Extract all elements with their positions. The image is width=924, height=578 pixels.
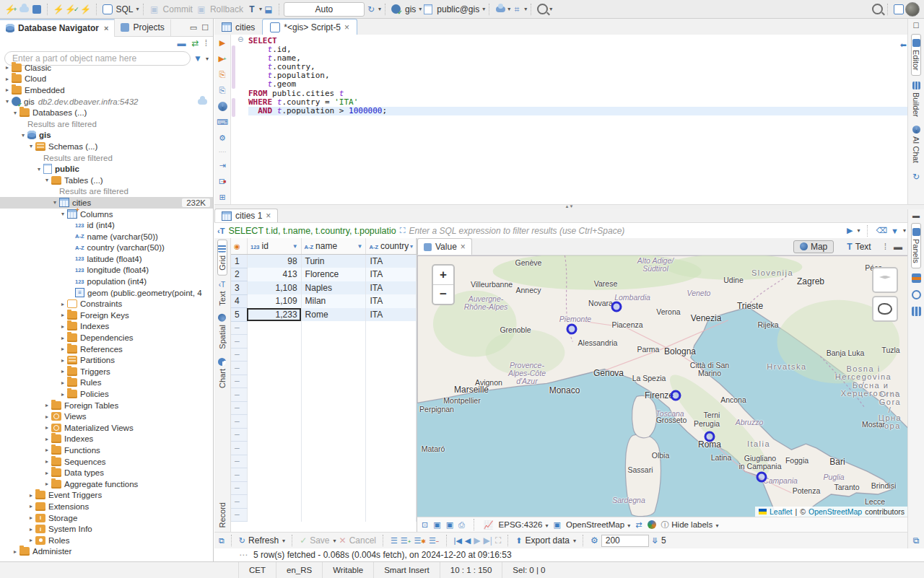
- tree-item-constraints[interactable]: ▸Constraints: [0, 298, 213, 310]
- quick-search-icon[interactable]: [536, 3, 549, 16]
- side-tab-builder[interactable]: Builder: [912, 77, 920, 121]
- empty-cell[interactable]: [301, 508, 366, 522]
- expander-icon[interactable]: ▾: [43, 177, 51, 183]
- empty-row-number-cell[interactable]: –: [231, 321, 247, 335]
- column-header-name[interactable]: A-Zname▼: [301, 238, 366, 255]
- export-data-button[interactable]: Export data: [526, 535, 570, 546]
- table-row[interactable]: 51,233RomeITA: [231, 308, 417, 322]
- city-marker-rome[interactable]: [705, 432, 715, 442]
- empty-cell[interactable]: [247, 321, 301, 335]
- history-icon[interactable]: ↻: [365, 3, 378, 16]
- fetch-size-input[interactable]: 200: [601, 535, 649, 547]
- empty-row-number-cell[interactable]: –: [231, 415, 247, 429]
- rollback-icon[interactable]: ▣: [195, 3, 208, 16]
- tree-item-public[interactable]: ▾public: [0, 163, 213, 175]
- empty-cell[interactable]: [301, 442, 366, 455]
- network-icon[interactable]: ⌗: [510, 3, 523, 16]
- empty-cell[interactable]: [247, 428, 301, 442]
- perspective-icon[interactable]: [892, 3, 905, 16]
- tree-item-partitions[interactable]: ▸Partitions: [0, 354, 213, 366]
- filter-apply-dropdown-icon[interactable]: ▾: [857, 227, 860, 234]
- empty-cell[interactable]: [247, 401, 301, 415]
- crs-selector[interactable]: EPSG:4326 ▾: [499, 520, 549, 529]
- empty-cell[interactable]: [366, 348, 417, 362]
- tree-item-databases[interactable]: ▾Databases (...): [0, 107, 213, 118]
- tiles-selector[interactable]: OpenStreetMap ▾: [566, 520, 630, 529]
- tree-item-data-types[interactable]: ▸Data types: [0, 467, 213, 478]
- sort-icon[interactable]: ▾: [410, 243, 413, 250]
- status-item-2[interactable]: Writable: [322, 562, 373, 578]
- link-with-editor-icon[interactable]: ⇄: [192, 38, 199, 48]
- execute-script-icon[interactable]: ⎘: [217, 69, 228, 80]
- empty-cell[interactable]: [366, 375, 417, 388]
- first-page-icon[interactable]: |◀: [454, 536, 462, 546]
- explain-plan-icon[interactable]: ⎘: [217, 85, 228, 96]
- apply-filter-icon[interactable]: ▶: [847, 226, 853, 235]
- zoom-out-button[interactable]: −: [433, 284, 453, 304]
- empty-cell[interactable]: [301, 468, 366, 482]
- empty-cell[interactable]: [301, 428, 366, 442]
- empty-row-number-cell[interactable]: –: [231, 508, 247, 522]
- tree-item-tables[interactable]: ▾Tables (...): [0, 175, 213, 186]
- table-row[interactable]: 2413FlorenceITA: [231, 268, 417, 281]
- tree-item-gis[interactable]: ▾gisdb2.dev.dbeaver.infra:5432: [0, 96, 213, 108]
- status-item-1[interactable]: en_RS: [276, 562, 322, 578]
- tree-item-classic[interactable]: ▸Classic: [0, 62, 213, 74]
- empty-row-number-cell[interactable]: –: [231, 335, 247, 349]
- database-selector[interactable]: public@gis: [437, 4, 479, 14]
- refresh-dropdown-icon[interactable]: ▾: [282, 538, 285, 544]
- empty-cell[interactable]: [366, 335, 417, 349]
- table-row[interactable]: 198TurinITA: [231, 255, 417, 268]
- cell-country[interactable]: ITA: [366, 281, 417, 295]
- close-tab-icon[interactable]: ×: [344, 22, 349, 32]
- references-panel-icon[interactable]: [912, 290, 921, 299]
- tab-projects[interactable]: Projects: [115, 19, 170, 36]
- empty-cell[interactable]: [366, 481, 417, 495]
- nav-menu-icon[interactable]: ⁞: [205, 38, 207, 48]
- close-tab-icon[interactable]: ×: [266, 211, 271, 221]
- empty-cell[interactable]: [247, 348, 301, 362]
- sql-console-icon[interactable]: ⌨: [217, 117, 228, 128]
- save-filter-funnel-icon[interactable]: ▼: [891, 227, 899, 235]
- view-tab-record[interactable]: Record: [218, 498, 227, 532]
- expander-icon[interactable]: ▸: [43, 458, 51, 465]
- empty-cell[interactable]: [301, 348, 366, 362]
- expander-icon[interactable]: ▸: [27, 526, 35, 533]
- editor-settings-gear-icon[interactable]: ⚙: [217, 133, 228, 144]
- view-tab-grid[interactable]: Grid: [217, 240, 227, 276]
- status-item-4[interactable]: 10 : 1 : 150: [440, 562, 502, 578]
- refresh-icon[interactable]: ↻: [239, 536, 245, 546]
- empty-cell[interactable]: [301, 481, 366, 495]
- city-marker-turin[interactable]: [567, 324, 578, 335]
- tree-item-extensions[interactable]: ▸Extensions: [0, 501, 213, 512]
- expander-icon[interactable]: ▸: [27, 503, 35, 509]
- empty-cell[interactable]: [366, 362, 417, 375]
- cell-country[interactable]: ITA: [366, 294, 417, 308]
- execute-statement-icon[interactable]: ▶: [217, 38, 228, 48]
- empty-cell[interactable]: [247, 375, 301, 388]
- export-icon[interactable]: ⬆: [515, 536, 522, 546]
- tree-item-policies[interactable]: ▸Policies: [0, 388, 213, 400]
- leaflet-link[interactable]: Leaflet: [770, 507, 793, 516]
- delete-row-icon[interactable]: ☰−: [429, 536, 440, 546]
- expander-icon[interactable]: ▾: [35, 166, 43, 172]
- edit-row-icon[interactable]: ☰: [391, 536, 398, 546]
- expander-icon[interactable]: ▾: [3, 98, 12, 105]
- tree-item-name-varchar-50[interactable]: A-Zname (varchar(50)): [0, 231, 213, 242]
- cell-name[interactable]: Turin: [301, 255, 366, 268]
- tab-cities-table[interactable]: cities: [214, 19, 262, 35]
- empty-row-number-cell[interactable]: –: [231, 468, 247, 482]
- open-folder-icon[interactable]: [30, 3, 43, 16]
- expand-filter-icon[interactable]: ⛶: [400, 226, 406, 235]
- tab-sql-script[interactable]: *<gis> Script-5 ×: [262, 19, 357, 35]
- funnel-dropdown-icon[interactable]: ▾: [903, 227, 906, 234]
- empty-row-number-cell[interactable]: –: [231, 348, 247, 362]
- expander-icon[interactable]: ▸: [27, 492, 35, 499]
- empty-row-number-cell[interactable]: –: [231, 388, 247, 402]
- expander-icon[interactable]: ▾: [19, 132, 27, 139]
- print-map-icon[interactable]: ⎙: [458, 520, 465, 530]
- empty-cell[interactable]: [247, 362, 301, 375]
- tree-item-dependencies[interactable]: ▸Dependencies: [0, 332, 213, 343]
- expander-icon[interactable]: ▸: [58, 391, 67, 398]
- view-tab-chart[interactable]: Chart: [218, 354, 227, 393]
